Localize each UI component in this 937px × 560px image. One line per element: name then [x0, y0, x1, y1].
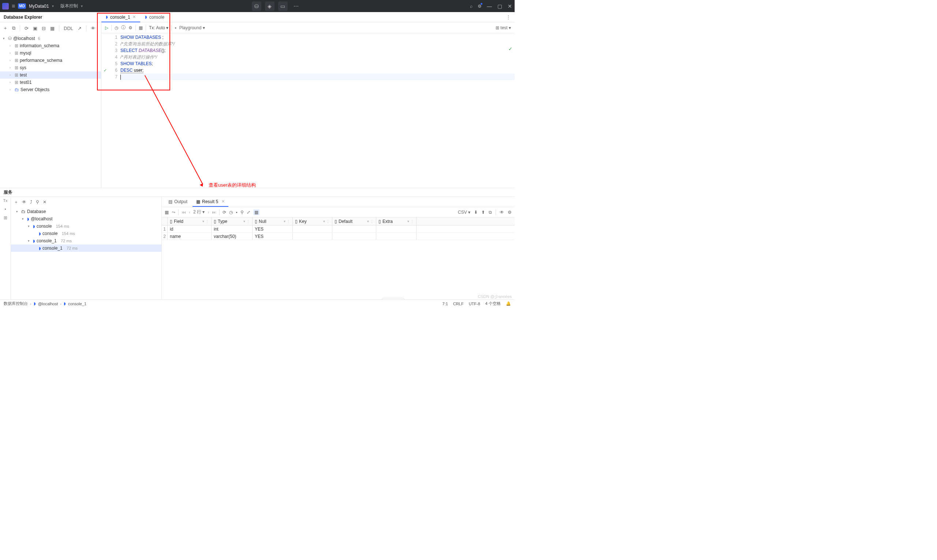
grid-header-default[interactable]: ▯ Default▾ ⋮ [332, 217, 376, 225]
pin-icon[interactable]: ⚲ [240, 210, 244, 215]
settings-icon[interactable]: ⚙ [128, 25, 132, 31]
folder-icon[interactable]: ▭ [278, 2, 288, 11]
settings-icon[interactable]: ⚙ [508, 210, 512, 215]
table-icon[interactable]: ▦ [50, 26, 55, 31]
grid-view-icon[interactable]: ▦ [165, 210, 169, 215]
tab-console[interactable]: ◗ console [140, 12, 169, 22]
transpose-icon[interactable]: ▦ [253, 209, 260, 215]
reload-icon[interactable]: ⟳ [223, 210, 226, 215]
tabs-more-icon[interactable]: ⋮ [506, 14, 515, 20]
tab-result-5[interactable]: ▦Result 5✕ [192, 197, 228, 207]
grid-header-null[interactable]: ▯ Null▾ ⋮ [252, 217, 293, 225]
filter-icon[interactable]: ▾ ⋮ [202, 219, 209, 223]
filter-icon[interactable]: ▾ ⋮ [284, 219, 290, 223]
layout-icon[interactable]: ⊞ [4, 215, 7, 220]
export-csv-dropdown[interactable]: CSV ▾ [458, 210, 470, 215]
minimize-icon[interactable]: — [487, 4, 492, 9]
view-icon[interactable]: 👁 [22, 200, 26, 205]
playground-dropdown[interactable]: Playground ▾ [179, 25, 205, 31]
code-editor[interactable]: 12345✓67 SHOW DATABASES ;/*先查询当前所处的数据库*/… [102, 33, 515, 188]
first-page-icon[interactable]: ⏮ [182, 210, 186, 215]
schema-scope-icon[interactable]: ⊞ test ▾ [495, 25, 511, 31]
grid-header-extra[interactable]: ▯ Extra▾ ⋮ [376, 217, 417, 225]
close-icon[interactable]: ✕ [507, 4, 512, 9]
cursor-position[interactable]: 7:1 [443, 302, 448, 306]
breadcrumb-item[interactable]: console_1 [68, 302, 86, 306]
add-icon[interactable]: ＋ [14, 199, 18, 205]
table-view-icon[interactable]: ▦ [139, 25, 143, 31]
table-row[interactable]: 2namevarchar(50)YES [162, 233, 515, 240]
run-config-icon[interactable]: ◈ [265, 2, 274, 11]
grid-header-key[interactable]: ▯ Key▾ ⋮ [293, 217, 332, 225]
schedule-icon[interactable]: ◷ [229, 210, 233, 215]
grid-header-type[interactable]: ▯ Type▾ ⋮ [212, 217, 252, 225]
filter-icon[interactable]: ⚲ [36, 200, 39, 205]
menu-hamburger-icon[interactable]: ≡ [12, 3, 15, 9]
database-icon[interactable]: ⛁ [252, 2, 262, 11]
search-icon[interactable]: ⌕ [470, 4, 472, 9]
breadcrumb-item[interactable]: @localhost [38, 302, 58, 306]
services-console-1[interactable]: ▾◗console_1 72 ms [11, 237, 162, 245]
tree-schema[interactable]: ›mysql [0, 49, 101, 57]
code-lines[interactable]: SHOW DATABASES ;/*先查询当前所处的数据库*/SELECT DA… [120, 33, 515, 188]
tree-schema[interactable]: ›test01 [0, 79, 101, 86]
notifications-icon[interactable]: 🔔 [506, 301, 511, 306]
run-icon[interactable]: ▷ [105, 25, 108, 31]
next-page-icon[interactable]: › [208, 210, 209, 215]
transaction-icon[interactable]: ⊟ [42, 26, 46, 31]
chevron-down-icon[interactable]: ▾ [52, 4, 54, 8]
jump-icon[interactable]: ↗ [78, 26, 82, 31]
stop-icon[interactable]: ▪ [5, 206, 6, 212]
history-icon[interactable]: ◷ [115, 25, 118, 31]
tree-schema[interactable]: ›information_schema [0, 42, 101, 49]
filter-icon[interactable]: ▾ ⋮ [323, 219, 330, 223]
row-count[interactable]: 2 行 ▾ [193, 209, 205, 215]
filter-icon[interactable]: ▾ ⋮ [367, 219, 374, 223]
tree-schema-test[interactable]: ›test [0, 71, 101, 79]
tree-schema[interactable]: ›sys [0, 64, 101, 71]
maximize-icon[interactable]: ▢ [497, 4, 502, 9]
add-datasource-icon[interactable]: ＋ [3, 25, 8, 31]
tab-close-icon[interactable]: ✕ [222, 199, 225, 204]
download-icon[interactable]: ⬇ [474, 210, 478, 215]
last-page-icon[interactable]: ⏭ [212, 210, 216, 215]
explain-icon[interactable]: ⓘ [121, 25, 126, 31]
tab-console-1[interactable]: ◗ console_1 ✕ [102, 12, 140, 22]
tx-mode-dropdown[interactable]: Tx: Auto ▾ [149, 25, 168, 31]
refresh-icon[interactable]: ⟳ [25, 26, 29, 31]
grid-header-field[interactable]: ▯ Field▾ ⋮ [168, 217, 212, 225]
project-name[interactable]: MyData01 [29, 4, 49, 9]
table-row[interactable]: 1idintYES [162, 225, 515, 233]
services-console-run[interactable]: ◗console 154 ms [11, 230, 162, 237]
line-ending[interactable]: CRLF [453, 302, 464, 306]
copy-icon[interactable]: ⧉ [489, 210, 492, 215]
tab-output[interactable]: ▤Output [165, 197, 191, 207]
tree-schema[interactable]: ›performance_schema [0, 57, 101, 64]
vcs-menu[interactable]: 版本控制 [60, 3, 78, 9]
view-icon[interactable]: 👁 [91, 26, 95, 31]
services-host[interactable]: ▾◗@localhost [11, 215, 162, 223]
tree-datasource-root[interactable]: ▾⛁ @localhost 6 [0, 35, 101, 42]
breadcrumb[interactable]: 数据库控制台› ◗@localhost› ◗console_1 [4, 301, 86, 306]
zoom-icon[interactable]: ⤢ [247, 210, 250, 215]
filter-icon[interactable]: ▾ ⋮ [243, 219, 250, 223]
more-icon[interactable]: ⋯ [291, 2, 301, 11]
close-icon[interactable]: ✕ [43, 200, 46, 205]
breadcrumb-item[interactable]: 数据库控制台 [4, 301, 28, 306]
results-grid[interactable]: ▯ Field▾ ⋮ ▯ Type▾ ⋮ ▯ Null▾ ⋮ ▯ Key▾ ⋮ … [162, 217, 515, 240]
encoding[interactable]: UTF-8 [469, 302, 480, 306]
indent[interactable]: 4 个空格 [485, 301, 501, 306]
upload-icon[interactable]: ⬆ [481, 210, 485, 215]
services-root-database[interactable]: ▾🗀Database [11, 208, 162, 215]
services-console[interactable]: ▾◗console 154 ms [11, 223, 162, 230]
stop-icon[interactable]: ▪ [236, 210, 237, 215]
stop-icon[interactable]: ▣ [33, 26, 37, 31]
rerun-icon[interactable]: ⤴ [30, 200, 32, 205]
tab-close-icon[interactable]: ✕ [132, 15, 136, 19]
services-console-1-run[interactable]: ◗console_1 72 ms [11, 245, 162, 252]
stop-icon[interactable]: ▪ [175, 25, 176, 31]
ddl-button[interactable]: DDL [64, 26, 73, 31]
tree-server-objects[interactable]: ›🗀Server Objects [0, 86, 101, 93]
duplicate-icon[interactable]: ⧉ [12, 25, 15, 31]
prev-page-icon[interactable]: ‹ [189, 210, 190, 215]
